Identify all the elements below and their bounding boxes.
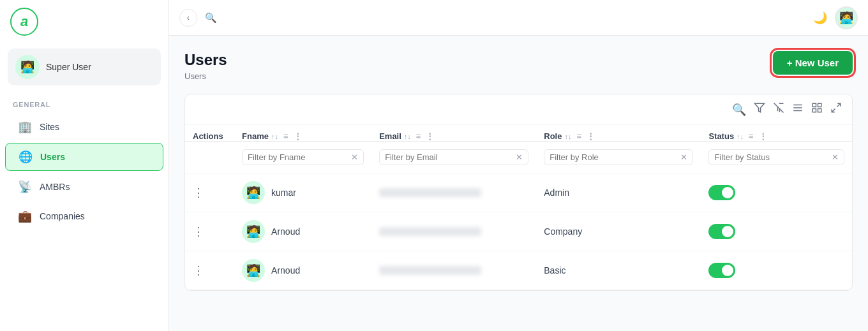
- sidebar-item-users-label: Users: [40, 152, 65, 162]
- dark-mode-icon[interactable]: 🌙: [813, 11, 827, 25]
- row-email-blurred: [379, 266, 481, 275]
- svg-line-13: [832, 109, 835, 112]
- filter-status-cell: ✕: [701, 142, 852, 173]
- sidebar-item-users[interactable]: 🌐 Users: [5, 143, 163, 171]
- status-toggle[interactable]: [708, 185, 735, 200]
- filter-row: ✕ ✕ ✕: [185, 142, 852, 173]
- table-filter-off-icon[interactable]: [773, 102, 784, 117]
- status-filter-clear[interactable]: ✕: [832, 152, 839, 162]
- status-col-more[interactable]: ⋮: [759, 131, 767, 141]
- ambrs-icon: 📡: [18, 180, 32, 194]
- table-grid-view-icon[interactable]: [811, 102, 823, 117]
- new-user-button[interactable]: + New User: [773, 51, 853, 75]
- row-email-blurred: [379, 188, 481, 197]
- table-filter-icon[interactable]: [754, 102, 765, 117]
- fname-sort-icon[interactable]: ↑↓: [271, 133, 278, 140]
- table-expand-icon[interactable]: [830, 102, 842, 117]
- filter-fname-cell: ✕: [234, 142, 371, 173]
- filter-actions-cell: [185, 142, 234, 173]
- status-col-menu[interactable]: ≡: [749, 131, 754, 141]
- email-sort-icon[interactable]: ↑↓: [404, 133, 411, 140]
- row-fname: Arnoud: [271, 265, 300, 276]
- user-cell: 🧑‍💻 kumar: [242, 181, 364, 204]
- status-toggle[interactable]: [708, 263, 735, 278]
- row-email-blurred: [379, 227, 481, 236]
- svg-rect-9: [818, 103, 821, 107]
- users-icon: 🌐: [19, 150, 33, 164]
- users-table: Actions Fname ↑↓ ≡ ⋮ Em: [185, 125, 852, 290]
- sidebar-item-sites-label: Sites: [40, 122, 59, 132]
- user-cell: 🧑‍💻 Arnoud: [242, 259, 364, 282]
- row-email-cell: [371, 173, 536, 212]
- row-status-cell: [701, 251, 852, 290]
- table-search-icon[interactable]: 🔍: [732, 103, 746, 117]
- fname-col-menu[interactable]: ≡: [283, 131, 288, 141]
- email-col-menu[interactable]: ≡: [416, 131, 421, 141]
- table-row: ⋮ 🧑‍💻 kumar Admin: [185, 173, 852, 212]
- role-filter-wrap: ✕: [544, 149, 693, 165]
- col-header-role: Role ↑↓ ≡ ⋮: [536, 125, 701, 142]
- row-fname: Arnoud: [271, 226, 300, 237]
- filter-role-cell: ✕: [536, 142, 701, 173]
- status-toggle[interactable]: [708, 224, 735, 239]
- page-header: Users Users + New User: [184, 51, 853, 81]
- status-filter-input[interactable]: [714, 152, 828, 162]
- table-body: ⋮ 🧑‍💻 kumar Admin ⋮ 🧑‍💻 Arnoud: [185, 173, 852, 290]
- page-title: Users: [184, 51, 227, 69]
- row-action-menu[interactable]: ⋮: [193, 264, 204, 277]
- email-col-more[interactable]: ⋮: [426, 131, 434, 141]
- row-fname-cell: 🧑‍💻 kumar: [234, 173, 371, 212]
- row-role-cell: Admin: [536, 173, 701, 212]
- row-role-cell: Basic: [536, 251, 701, 290]
- email-filter-wrap: ✕: [379, 149, 528, 165]
- general-section-label: GENERAL: [0, 91, 168, 112]
- fname-filter-wrap: ✕: [242, 149, 364, 165]
- app-logo: a: [10, 8, 38, 36]
- companies-icon: 💼: [18, 209, 32, 223]
- role-col-more[interactable]: ⋮: [587, 131, 595, 141]
- row-status-cell: [701, 173, 852, 212]
- row-action-menu[interactable]: ⋮: [193, 186, 204, 199]
- sidebar-item-sites[interactable]: 🏢 Sites: [5, 114, 163, 140]
- sidebar-user-name: Super User: [46, 62, 91, 72]
- sidebar-item-ambrs[interactable]: 📡 AMBRs: [5, 173, 163, 200]
- svg-rect-11: [818, 109, 821, 112]
- email-filter-input[interactable]: [385, 152, 512, 162]
- user-card[interactable]: 🧑‍💻 Super User: [8, 48, 161, 85]
- table-row: ⋮ 🧑‍💻 Arnoud Company: [185, 212, 852, 251]
- status-sort-icon[interactable]: ↑↓: [737, 133, 744, 140]
- svg-rect-8: [812, 103, 816, 107]
- table-list-view-icon[interactable]: [792, 102, 804, 117]
- sidebar-collapse-button[interactable]: ‹: [179, 9, 197, 27]
- role-sort-icon[interactable]: ↑↓: [564, 133, 571, 140]
- row-role: Admin: [544, 188, 569, 198]
- email-filter-clear[interactable]: ✕: [516, 152, 523, 162]
- row-fname-cell: 🧑‍💻 Arnoud: [234, 251, 371, 290]
- row-avatar: 🧑‍💻: [242, 220, 265, 243]
- user-cell: 🧑‍💻 Arnoud: [242, 220, 364, 243]
- logo-area: a: [0, 0, 168, 43]
- row-email-cell: [371, 212, 536, 251]
- table-toolbar: 🔍: [185, 94, 852, 125]
- table-row: ⋮ 🧑‍💻 Arnoud Basic: [185, 251, 852, 290]
- search-icon: 🔍: [205, 12, 217, 24]
- breadcrumb: Users: [184, 71, 227, 81]
- svg-line-12: [837, 103, 841, 107]
- svg-rect-10: [812, 109, 816, 112]
- fname-filter-input[interactable]: [248, 152, 347, 162]
- page-content: Users Users + New User 🔍: [169, 36, 868, 331]
- col-header-status: Status ↑↓ ≡ ⋮: [701, 125, 852, 142]
- topbar-avatar[interactable]: 🧑‍💻: [835, 6, 858, 29]
- role-col-menu[interactable]: ≡: [576, 131, 581, 141]
- sidebar-item-companies[interactable]: 💼 Companies: [5, 203, 163, 230]
- col-header-actions: Actions: [185, 125, 234, 142]
- role-filter-input[interactable]: [550, 152, 677, 162]
- row-avatar: 🧑‍💻: [242, 259, 265, 282]
- sidebar-item-ambrs-label: AMBRs: [40, 182, 70, 192]
- row-action-menu[interactable]: ⋮: [193, 225, 204, 238]
- row-actions-cell: ⋮: [185, 251, 234, 290]
- fname-col-more[interactable]: ⋮: [294, 131, 302, 141]
- sidebar-user-avatar: 🧑‍💻: [15, 55, 40, 79]
- role-filter-clear[interactable]: ✕: [680, 152, 687, 162]
- fname-filter-clear[interactable]: ✕: [351, 152, 358, 162]
